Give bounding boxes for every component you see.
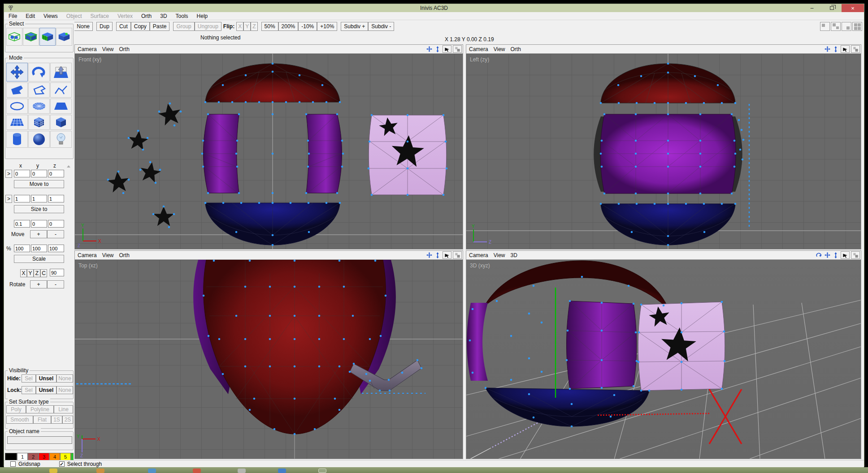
select-object-mode-button[interactable] [23, 28, 39, 46]
subdivide-minus-button[interactable]: Subdiv - [368, 22, 394, 31]
moveto-y-field[interactable] [31, 170, 47, 177]
menu-help[interactable]: Help [197, 13, 208, 19]
subdivide-plus-button[interactable]: Subdiv + [341, 22, 368, 31]
scale-x-field[interactable] [14, 245, 30, 252]
moveto-x-field[interactable] [14, 170, 30, 177]
viewport-3d[interactable]: Camera View 3D 3D (xyz) [466, 250, 861, 459]
ungroup-button[interactable]: Ungroup [195, 22, 221, 31]
sphere-band-right[interactable] [306, 114, 342, 193]
mode-sphere-button[interactable] [28, 131, 50, 148]
pan-icon[interactable] [425, 251, 433, 259]
sizeto-grab-button[interactable]: > [5, 195, 12, 203]
maximize-pane-button[interactable] [851, 251, 860, 259]
maximize-pane-button[interactable] [453, 251, 462, 259]
zoom-icon[interactable] [434, 45, 441, 53]
view-menu[interactable]: View [494, 252, 505, 258]
menu-tools[interactable]: Tools [176, 13, 188, 19]
sizeto-y-field[interactable] [31, 195, 47, 202]
cut-button[interactable]: Cut [116, 22, 131, 31]
sphere-band-left[interactable] [204, 114, 239, 193]
rotate-plus-button[interactable]: + [30, 280, 47, 288]
rotate-axis-y-button[interactable]: Y [27, 269, 34, 277]
mode-extrude-button[interactable] [50, 63, 72, 82]
minimize-button[interactable]: – [803, 4, 821, 12]
scale-z-field[interactable] [48, 245, 64, 252]
sphere-bottom-cap[interactable] [601, 204, 735, 245]
object-name-field[interactable] [7, 436, 72, 444]
lock-none-button[interactable]: None [56, 386, 73, 394]
camera-menu[interactable]: Camera [78, 46, 97, 52]
mode-fill-polygon-button[interactable] [6, 82, 28, 98]
orbit-icon[interactable] [815, 251, 822, 259]
mode-ellipse-button[interactable] [6, 99, 28, 114]
flip-x-button[interactable]: X [236, 22, 243, 31]
view-menu[interactable]: View [102, 252, 114, 258]
mode-subdivided-cube-button[interactable] [28, 115, 50, 130]
mode-disk-button[interactable] [28, 99, 50, 114]
viewport-3d-canvas[interactable]: 3D (xyz) [466, 260, 861, 459]
select-surface-mode-button[interactable] [39, 28, 56, 46]
maximize-pane-button[interactable] [453, 45, 462, 53]
size-to-button[interactable]: Size to [14, 205, 64, 213]
smooth-button[interactable]: Smooth [6, 416, 33, 424]
pink-cube-3d[interactable] [638, 302, 725, 391]
pan-icon[interactable] [824, 45, 831, 53]
mode-mesh-button[interactable] [6, 115, 28, 130]
projection-menu[interactable]: Orth [119, 46, 129, 52]
viewport-left[interactable]: Camera View Orth Left (zy) [466, 44, 861, 249]
flip-y-button[interactable]: Y [243, 22, 251, 31]
lock-sel-button[interactable]: Sel [22, 386, 36, 394]
view-menu[interactable]: View [494, 46, 505, 52]
camera-menu[interactable]: Camera [469, 46, 488, 52]
flat-button[interactable]: Flat [33, 416, 51, 424]
viewport-top[interactable]: Camera View Orth Top (xz) [74, 250, 463, 459]
zoom-minus-button[interactable]: -10% [298, 22, 317, 31]
restore-button[interactable] [823, 4, 841, 12]
nudge-x-field[interactable] [14, 220, 30, 228]
menu-views[interactable]: Views [43, 13, 58, 19]
menu-vertex[interactable]: Vertex [117, 13, 133, 19]
projection-menu[interactable]: Orth [510, 46, 521, 52]
menu-surface[interactable]: Surface [91, 13, 109, 19]
hide-sel-button[interactable]: Sel [22, 374, 36, 383]
flip-z-button[interactable]: Z [251, 22, 257, 31]
line-button[interactable]: Line [54, 405, 73, 413]
select-through-checkbox[interactable]: ✓ [59, 461, 65, 467]
rotate-axis-x-button[interactable]: X [20, 269, 27, 277]
hide-none-button[interactable]: None [56, 374, 73, 383]
menu-object[interactable]: Object [66, 13, 82, 19]
moveto-z-field[interactable] [48, 170, 64, 177]
sizeto-x-field[interactable] [14, 195, 30, 202]
close-button[interactable]: × [842, 4, 864, 12]
mode-light-button[interactable] [50, 131, 72, 148]
pink-cube[interactable] [369, 115, 447, 195]
panel-scroll-up[interactable] [67, 165, 70, 168]
star-objects[interactable] [107, 102, 182, 226]
rotate-axis-c-button[interactable]: C [40, 269, 47, 277]
mode-polygon-button[interactable] [28, 82, 50, 98]
lock-unsel-button[interactable]: Unsel [36, 386, 56, 394]
rotate-angle-field[interactable] [50, 269, 64, 276]
menu-file[interactable]: File [9, 13, 17, 19]
pan-icon[interactable] [824, 251, 831, 259]
pointer-tool-button[interactable] [443, 251, 451, 259]
zoom-200-button[interactable]: 200% [278, 22, 299, 31]
pan-icon[interactable] [425, 45, 433, 53]
move-to-button[interactable]: Move to [14, 180, 64, 188]
scale-y-field[interactable] [31, 245, 47, 252]
zoom-icon[interactable] [832, 45, 839, 53]
copy-button[interactable]: Copy [131, 22, 150, 31]
layout-four-button[interactable] [852, 22, 862, 31]
sphere-bottom-cap[interactable] [205, 203, 340, 245]
camera-menu[interactable]: Camera [78, 252, 97, 258]
select-vertex-mode-button[interactable] [56, 28, 72, 46]
zoom-50-button[interactable]: 50% [261, 22, 278, 31]
mode-quad-button[interactable] [50, 99, 72, 114]
menu-edit[interactable]: Edit [26, 13, 35, 19]
projection-menu[interactable]: Orth [119, 252, 129, 258]
mode-cube-button[interactable] [50, 115, 72, 130]
camera-menu[interactable]: Camera [469, 252, 488, 258]
viewport-top-canvas[interactable]: Top (xz) [75, 260, 463, 459]
moveto-grab-button[interactable]: > [5, 170, 12, 178]
menu-orth[interactable]: Orth [141, 13, 152, 19]
